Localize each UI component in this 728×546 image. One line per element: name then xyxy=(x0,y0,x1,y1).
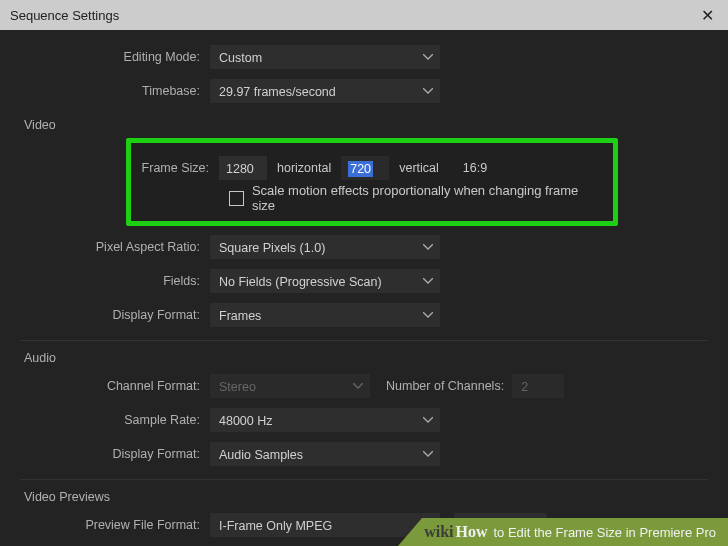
chevron-down-icon xyxy=(423,88,433,94)
timebase-value: 29.97 frames/second xyxy=(219,85,336,99)
title-bar: Sequence Settings ✕ xyxy=(0,0,728,30)
preview-file-format-label: Preview File Format: xyxy=(10,518,210,532)
scale-motion-row: Scale motion effects proportionally when… xyxy=(141,183,603,213)
fields-row: Fields: No Fields (Progressive Scan) xyxy=(10,264,718,298)
editing-mode-select[interactable]: Custom xyxy=(210,45,440,69)
close-icon[interactable]: ✕ xyxy=(697,4,718,27)
banner-bar: wiki How to Edit the Frame Size in Premi… xyxy=(422,518,728,546)
editing-mode-label: Editing Mode: xyxy=(10,50,210,64)
pixel-aspect-select[interactable]: Square Pixels (1.0) xyxy=(210,235,440,259)
chevron-down-icon xyxy=(423,278,433,284)
divider xyxy=(20,340,708,341)
display-format-video-select[interactable]: Frames xyxy=(210,303,440,327)
frame-height-input[interactable]: 720 xyxy=(341,156,389,180)
chevron-down-icon xyxy=(353,383,363,389)
pixel-aspect-value: Square Pixels (1.0) xyxy=(219,241,325,255)
sample-rate-value: 48000 Hz xyxy=(219,414,273,428)
timebase-select[interactable]: 29.97 frames/second xyxy=(210,79,440,103)
display-format-video-row: Display Format: Frames xyxy=(10,298,718,332)
channel-format-value: Stereo xyxy=(219,380,256,394)
section-video: Video xyxy=(24,118,718,132)
timebase-row: Timebase: 29.97 frames/second xyxy=(10,74,718,108)
display-format-audio-row: Display Format: Audio Samples xyxy=(10,437,718,471)
frame-size-highlight: Frame Size: 1280 horizontal 720 vertical… xyxy=(126,138,618,226)
chevron-down-icon xyxy=(423,451,433,457)
horizontal-label: horizontal xyxy=(277,161,331,175)
chevron-down-icon xyxy=(423,417,433,423)
pixel-aspect-label: Pixel Aspect Ratio: xyxy=(10,240,210,254)
section-video-previews: Video Previews xyxy=(24,490,718,504)
wikihow-logo-how: How xyxy=(455,523,487,541)
chevron-down-icon xyxy=(423,54,433,60)
display-format-audio-label: Display Format: xyxy=(10,447,210,461)
editing-mode-row: Editing Mode: Custom xyxy=(10,40,718,74)
timebase-label: Timebase: xyxy=(10,84,210,98)
preview-file-format-value: I-Frame Only MPEG xyxy=(219,519,332,533)
banner-slant xyxy=(398,518,422,546)
section-audio: Audio xyxy=(24,351,718,365)
display-format-video-label: Display Format: xyxy=(10,308,210,322)
window-title: Sequence Settings xyxy=(10,8,697,23)
wikihow-caption: to Edit the Frame Size in Premiere Pro xyxy=(493,525,716,540)
num-channels-value: 2 xyxy=(521,380,528,394)
wikihow-logo-wiki: wiki xyxy=(424,523,453,541)
aspect-ratio-label: 16:9 xyxy=(463,161,487,175)
channel-format-label: Channel Format: xyxy=(10,379,210,393)
sample-rate-row: Sample Rate: 48000 Hz xyxy=(10,403,718,437)
display-format-audio-value: Audio Samples xyxy=(219,448,303,462)
display-format-audio-select[interactable]: Audio Samples xyxy=(210,442,440,466)
channel-format-select: Stereo xyxy=(210,374,370,398)
scale-motion-checkbox[interactable] xyxy=(229,191,244,206)
pixel-aspect-row: Pixel Aspect Ratio: Square Pixels (1.0) xyxy=(10,230,718,264)
wikihow-banner: wiki How to Edit the Frame Size in Premi… xyxy=(398,518,728,546)
num-channels-select: 2 xyxy=(512,374,564,398)
fields-select[interactable]: No Fields (Progressive Scan) xyxy=(210,269,440,293)
num-channels-label: Number of Channels: xyxy=(386,379,504,393)
sample-rate-label: Sample Rate: xyxy=(10,413,210,427)
editing-mode-value: Custom xyxy=(219,51,262,65)
vertical-label: vertical xyxy=(399,161,439,175)
frame-width-input[interactable]: 1280 xyxy=(219,156,267,180)
frame-size-label: Frame Size: xyxy=(141,161,219,175)
sample-rate-select[interactable]: 48000 Hz xyxy=(210,408,440,432)
fields-label: Fields: xyxy=(10,274,210,288)
scale-motion-label: Scale motion effects proportionally when… xyxy=(252,183,603,213)
dialog-content: Editing Mode: Custom Timebase: 29.97 fra… xyxy=(0,30,728,546)
chevron-down-icon xyxy=(423,244,433,250)
fields-value: No Fields (Progressive Scan) xyxy=(219,275,382,289)
display-format-video-value: Frames xyxy=(219,309,261,323)
channel-format-row: Channel Format: Stereo Number of Channel… xyxy=(10,369,718,403)
chevron-down-icon xyxy=(423,312,433,318)
divider xyxy=(20,479,708,480)
frame-size-row: Frame Size: 1280 horizontal 720 vertical… xyxy=(141,153,603,183)
